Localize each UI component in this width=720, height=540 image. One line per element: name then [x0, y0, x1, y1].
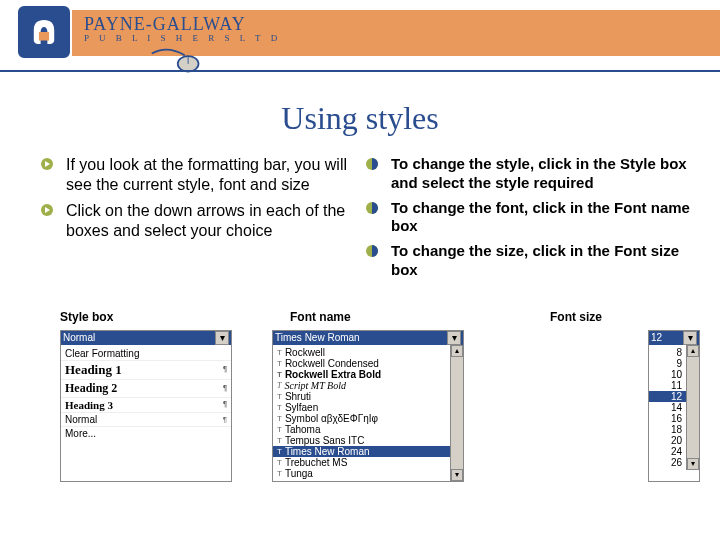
font-dropdown[interactable]: Times New Roman ▾ TRockwell TRockwell Co…: [272, 330, 464, 482]
dropdown-labels: Style box Font name Font size: [0, 310, 720, 324]
left-column: If you look at the formatting bar, you w…: [40, 155, 365, 286]
label-size: Font size: [550, 310, 690, 324]
play-bullet-icon: [40, 157, 54, 171]
bullet-item: If you look at the formatting bar, you w…: [40, 155, 365, 195]
bullet-text: To change the size, click in the Font si…: [391, 242, 679, 278]
content-columns: If you look at the formatting bar, you w…: [0, 155, 720, 286]
size-option[interactable]: 20: [649, 435, 686, 446]
font-option[interactable]: TRockwell: [273, 347, 450, 358]
style-dropdown[interactable]: Normal ▾ Clear Formatting Heading 1¶ Hea…: [60, 330, 232, 482]
size-options: 8 9 10 11 12 14 16 18 20 24 26: [649, 345, 686, 470]
bullet-item: Click on the down arrows in each of the …: [40, 201, 365, 241]
scrollbar[interactable]: ▴▾: [686, 345, 699, 470]
scroll-up-icon[interactable]: ▴: [687, 345, 699, 357]
font-option[interactable]: TShruti: [273, 391, 450, 402]
mouse-icon: [150, 48, 202, 82]
font-options: TRockwell TRockwell Condensed TRockwell …: [273, 345, 450, 481]
font-option[interactable]: TRockwell Condensed: [273, 358, 450, 369]
font-selected-value: Times New Roman: [275, 332, 360, 343]
play-bullet-icon: [40, 203, 54, 217]
bullet-item: To change the style, click in the Style …: [365, 155, 690, 193]
size-option[interactable]: 24: [649, 446, 686, 457]
brand-name: PAYNE-GALLWAY: [84, 14, 281, 35]
header: PAYNE-GALLWAY P U B L I S H E R S L T D: [0, 0, 720, 70]
phase-bullet-icon: [365, 201, 379, 215]
phase-bullet-icon: [365, 157, 379, 171]
scroll-down-icon[interactable]: ▾: [687, 458, 699, 470]
chevron-down-icon[interactable]: ▾: [683, 331, 697, 345]
style-option[interactable]: Normal¶: [61, 413, 231, 427]
scrollbar[interactable]: ▴▾: [450, 345, 463, 481]
publisher-logo: [18, 6, 70, 58]
svg-rect-0: [39, 32, 49, 41]
font-option[interactable]: TSymbol αβχδΕΦΓηΙφ: [273, 413, 450, 424]
style-option[interactable]: Heading 1¶: [61, 361, 231, 380]
bullet-item: To change the font, click in the Font na…: [365, 199, 690, 237]
brand-subtitle: P U B L I S H E R S L T D: [84, 33, 281, 43]
style-option[interactable]: Heading 3¶: [61, 398, 231, 413]
phase-bullet-icon: [365, 244, 379, 258]
style-options: Clear Formatting Heading 1¶ Heading 2¶ H…: [61, 345, 231, 442]
label-style: Style box: [60, 310, 290, 324]
dropdowns-row: Normal ▾ Clear Formatting Heading 1¶ Hea…: [0, 330, 720, 482]
style-option[interactable]: Clear Formatting: [61, 347, 231, 361]
brand-text: PAYNE-GALLWAY P U B L I S H E R S L T D: [84, 14, 281, 43]
chevron-down-icon[interactable]: ▾: [447, 331, 461, 345]
style-selected[interactable]: Normal ▾: [61, 331, 231, 345]
size-option[interactable]: 14: [649, 402, 686, 413]
font-option[interactable]: TTrebuchet MS: [273, 457, 450, 468]
right-column: To change the style, click in the Style …: [365, 155, 690, 286]
header-rule: [0, 70, 720, 72]
size-selected[interactable]: 12 ▾: [649, 331, 699, 345]
page-title: Using styles: [0, 100, 720, 137]
bullet-item: To change the size, click in the Font si…: [365, 242, 690, 280]
bullet-text: To change the font, click in the Font na…: [391, 199, 690, 235]
font-option[interactable]: TTahoma: [273, 424, 450, 435]
font-option[interactable]: TTunga: [273, 468, 450, 479]
chevron-down-icon[interactable]: ▾: [215, 331, 229, 345]
scroll-down-icon[interactable]: ▾: [451, 469, 463, 481]
size-dropdown[interactable]: 12 ▾ 8 9 10 11 12 14 16 18 20 24 26 ▴▾: [648, 330, 700, 482]
size-option[interactable]: 8: [649, 347, 686, 358]
style-selected-value: Normal: [63, 332, 95, 343]
label-font: Font name: [290, 310, 550, 324]
style-option[interactable]: More...: [61, 427, 231, 440]
font-option[interactable]: TScript MT Bold: [273, 380, 450, 391]
size-option[interactable]: 9: [649, 358, 686, 369]
font-selected[interactable]: Times New Roman ▾: [273, 331, 463, 345]
size-option[interactable]: 11: [649, 380, 686, 391]
font-option[interactable]: TTempus Sans ITC: [273, 435, 450, 446]
bullet-text: Click on the down arrows in each of the …: [66, 202, 345, 239]
size-option[interactable]: 10: [649, 369, 686, 380]
bullet-text: To change the style, click in the Style …: [391, 155, 687, 191]
font-option[interactable]: TSylfaen: [273, 402, 450, 413]
size-option[interactable]: 12: [649, 391, 686, 402]
scroll-up-icon[interactable]: ▴: [451, 345, 463, 357]
size-option[interactable]: 26: [649, 457, 686, 468]
bullet-text: If you look at the formatting bar, you w…: [66, 156, 347, 193]
size-option[interactable]: 16: [649, 413, 686, 424]
size-option[interactable]: 18: [649, 424, 686, 435]
size-selected-value: 12: [651, 332, 662, 343]
style-option[interactable]: Heading 2¶: [61, 380, 231, 398]
font-option[interactable]: TTimes New Roman: [273, 446, 450, 457]
font-option[interactable]: TRockwell Extra Bold: [273, 369, 450, 380]
